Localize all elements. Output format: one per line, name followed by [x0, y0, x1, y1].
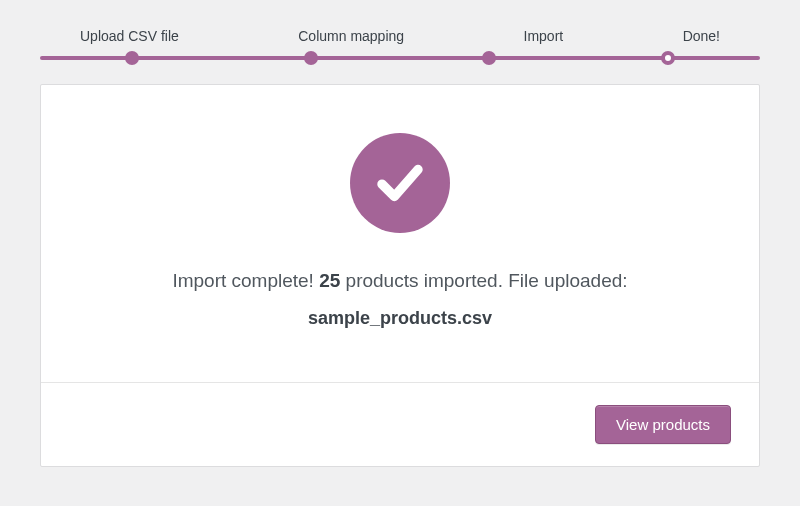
success-check-icon	[350, 133, 450, 233]
card-footer: View products	[41, 382, 759, 466]
import-result-card: Import complete! 25 products imported. F…	[40, 84, 760, 467]
uploaded-filename: sample_products.csv	[81, 303, 719, 334]
step-done-label: Done!	[683, 28, 720, 44]
step-dot-mapping	[304, 51, 318, 65]
step-upload-label: Upload CSV file	[80, 28, 179, 44]
step-dot-done	[661, 51, 675, 65]
import-complete-message: Import complete! 25 products imported. F…	[81, 265, 719, 334]
message-prefix: Import complete!	[172, 270, 319, 291]
step-mapping-label: Column mapping	[298, 28, 404, 44]
progress-stepper: Upload CSV file Column mapping Import Do…	[40, 28, 760, 60]
stepper-track	[40, 56, 760, 60]
step-import-label: Import	[524, 28, 564, 44]
step-dot-import	[482, 51, 496, 65]
step-dot-upload	[125, 51, 139, 65]
view-products-button[interactable]: View products	[595, 405, 731, 444]
imported-count: 25	[319, 270, 340, 291]
message-mid: products imported. File uploaded:	[340, 270, 627, 291]
